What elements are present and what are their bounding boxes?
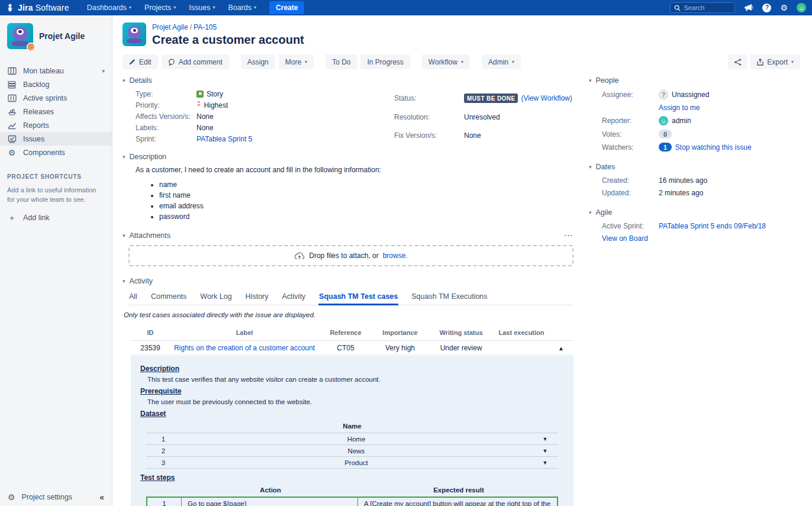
view-workflow-link[interactable]: (View Workflow) — [521, 94, 572, 102]
chevron-down-icon[interactable]: ▾ — [102, 68, 105, 74]
breadcrumb: Projet Agile/PA-105 — [152, 23, 304, 31]
testcase-reference: CT05 — [319, 344, 372, 352]
sidebar-item-backlog[interactable]: Backlog — [0, 78, 112, 91]
tab-all[interactable]: All — [128, 291, 138, 305]
admin-button[interactable]: Admin▾ — [482, 54, 521, 69]
sprint-link[interactable]: PATablea Sprint 5 — [196, 135, 252, 143]
expand-dataset-icon[interactable]: ▼ — [532, 460, 558, 466]
attachments-section-header[interactable]: ▾ Attachments ··· — [123, 231, 573, 240]
dates-section-header[interactable]: ▾ Dates — [589, 163, 800, 171]
tc-test-steps-title: Test steps — [140, 473, 564, 482]
dates-module: ▾ Dates Created: 16 minutes ago Updated:… — [589, 163, 800, 197]
tab-squash-tm-executions[interactable]: Squash TM Executions — [411, 291, 488, 305]
activity-section-header[interactable]: ▾ Activity — [123, 277, 573, 285]
updated-label: Updated: — [602, 189, 659, 197]
sidebar-item-active-sprints[interactable]: Active sprints — [0, 91, 112, 105]
nav-boards[interactable]: Boards▾ — [228, 4, 256, 12]
add-link-button[interactable]: + Add link — [7, 214, 105, 223]
project-shortcuts-hint: Add a link to useful information for you… — [7, 186, 105, 205]
attachments-dropzone[interactable]: Drop files to attach, or browse. — [128, 245, 573, 266]
project-avatar[interactable] — [7, 23, 33, 49]
twisty-icon: ▾ — [589, 164, 592, 170]
question-mark-glyph: ? — [762, 4, 771, 12]
jira-diamond-icon — [6, 4, 14, 12]
sidebar-item-reports[interactable]: Reports — [0, 118, 112, 132]
sidebar-item-components[interactable]: ⚙ Components — [0, 146, 112, 159]
sidebar-item-releases[interactable]: Releases — [0, 105, 112, 118]
share-button[interactable] — [728, 54, 747, 69]
gear-icon[interactable]: ⚙ — [780, 4, 788, 12]
active-sprint-link[interactable]: PATablea Sprint 5 ends 09/Feb/18 — [659, 222, 766, 230]
agile-section-header[interactable]: ▾ Agile — [589, 208, 800, 217]
list-item: 1 Home ▼ — [146, 433, 558, 444]
fix-version-label: Fix Version/s: — [394, 131, 464, 140]
sidebar-item-label: Active sprints — [23, 94, 67, 102]
top-nav-menu: Dashboards▾ Projects▾ Issues▾ Boards▾ — [87, 4, 256, 12]
sidebar-item-mon-tableau[interactable]: Mon tableau ▾ — [0, 64, 112, 78]
assign-to-me-link[interactable]: Assign to me — [659, 104, 700, 112]
attachments-menu-icon[interactable]: ··· — [565, 231, 574, 240]
workflow-button[interactable]: Workflow▾ — [422, 54, 470, 69]
nav-dashboards[interactable]: Dashboards▾ — [87, 4, 131, 12]
breadcrumb-issue-link[interactable]: PA-105 — [194, 23, 217, 31]
stop-watching-link[interactable]: Stop watching this issue — [675, 143, 752, 152]
sidebar-item-label: Issues — [23, 135, 44, 143]
sprint-label: Sprint: — [136, 135, 196, 143]
description-bullet: password — [159, 212, 573, 221]
labels-value: None — [196, 124, 394, 132]
details-section-header[interactable]: ▾ Details — [123, 76, 573, 85]
nav-projects[interactable]: Projects▾ — [144, 4, 176, 12]
tab-squash-tm-test-cases[interactable]: Squash TM Test cases — [318, 291, 398, 305]
nav-issues[interactable]: Issues▾ — [189, 4, 215, 12]
logo-word-1: Jira — [18, 3, 33, 12]
transition-in-progress-button[interactable]: In Progress — [360, 54, 410, 69]
search-input[interactable] — [684, 4, 731, 11]
view-on-board-link[interactable]: View on Board — [602, 234, 648, 243]
create-button[interactable]: Create — [269, 1, 304, 14]
watchers-badge[interactable]: 1 — [659, 143, 672, 152]
people-section-header[interactable]: ▾ People — [589, 76, 800, 85]
assign-button[interactable]: Assign — [241, 54, 275, 69]
reporter-value: admin — [672, 117, 691, 125]
tab-activity[interactable]: Activity — [282, 291, 307, 305]
transition-todo-button[interactable]: To Do — [326, 54, 357, 69]
jira-logo[interactable]: Jira Software — [6, 3, 69, 12]
testcases-table-header: ID Label Reference Importance Writing st… — [131, 325, 573, 341]
dataset-table: Name 1 Home ▼ 2 News ▼ 3 — [146, 421, 558, 469]
share-icon — [734, 59, 742, 66]
testcases-note: Only test cases associated directly with… — [124, 311, 573, 318]
sidebar-item-issues[interactable]: Issues — [0, 132, 112, 146]
votes-label: Votes: — [602, 130, 659, 138]
logo-word-2: Software — [36, 3, 69, 12]
feedback-megaphone-icon[interactable] — [744, 4, 753, 12]
description-section-header[interactable]: ▾ Description — [123, 153, 573, 161]
expand-dataset-icon[interactable]: ▼ — [532, 436, 558, 442]
tc-prerequisite-title: Prerequisite — [140, 387, 564, 395]
assignee-label: Assignee: — [602, 91, 659, 99]
edit-button[interactable]: Edit — [123, 54, 158, 69]
upload-cloud-icon — [294, 252, 305, 260]
more-button[interactable]: More▾ — [279, 54, 314, 69]
breadcrumb-project-link[interactable]: Projet Agile — [152, 23, 188, 31]
tab-work-log[interactable]: Work Log — [199, 291, 232, 305]
add-comment-button[interactable]: Add comment — [162, 54, 229, 69]
project-settings-link[interactable]: Project settings — [22, 493, 72, 501]
collapse-row-icon[interactable]: ▲ — [558, 345, 564, 352]
status-label: Status: — [394, 94, 464, 102]
sidebar-item-label: Backlog — [23, 80, 49, 89]
plus-icon: + — [7, 214, 17, 223]
expand-dataset-icon[interactable]: ▼ — [532, 448, 558, 454]
browse-link[interactable]: browse. — [383, 252, 408, 260]
sidebar-item-label: Components — [23, 149, 65, 157]
testcase-link[interactable]: Rights on the creation of a customer acc… — [174, 344, 315, 352]
collapse-sidebar-icon[interactable]: « — [99, 492, 104, 502]
tab-comments[interactable]: Comments — [150, 291, 187, 305]
tab-history[interactable]: History — [245, 291, 269, 305]
user-avatar[interactable]: ☺ — [797, 3, 806, 12]
export-button[interactable]: Export▾ — [750, 54, 800, 69]
project-header: Projet Agile — [0, 15, 112, 57]
tc-prerequisite-text: The user must be previously connected to… — [147, 398, 564, 405]
description-bullet: first name — [159, 191, 573, 199]
help-icon[interactable]: ? — [762, 4, 771, 12]
global-search[interactable] — [670, 2, 735, 13]
